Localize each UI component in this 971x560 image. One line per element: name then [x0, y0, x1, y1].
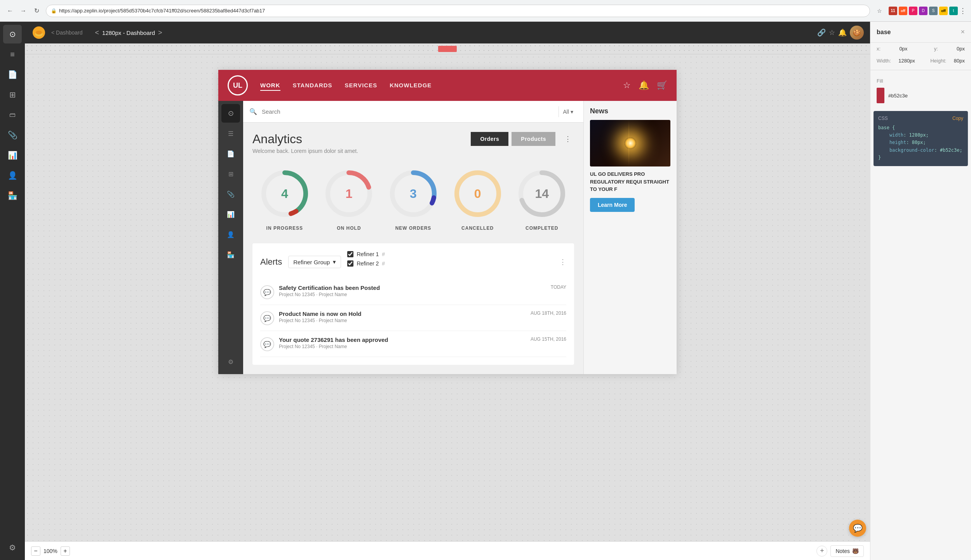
notes-add-button[interactable]: +	[816, 546, 827, 557]
donut-new-orders-value: 3	[410, 187, 417, 201]
sidebar-dashboard-icon[interactable]: ⊙	[3, 25, 22, 43]
breadcrumb[interactable]: < Dashboard	[51, 29, 83, 36]
share-icon[interactable]: 🔗	[817, 28, 826, 37]
forward-button[interactable]: →	[18, 5, 29, 16]
sidebar-grid-icon[interactable]: ⊞	[3, 85, 22, 104]
browser-extensions: 11 off P D S off t ⋮	[889, 7, 966, 15]
donut-completed-value: 14	[535, 187, 549, 201]
prop-height-label: Height:	[930, 58, 946, 64]
search-input[interactable]	[262, 108, 554, 115]
alerts-more-button[interactable]: ⋮	[559, 258, 566, 266]
sidebar-clip-icon[interactable]: 📎	[3, 126, 22, 144]
app-sidebar-orders[interactable]: ☰	[221, 124, 240, 143]
ext-off2-icon[interactable]: off	[939, 7, 948, 15]
chart-completed: 14 COMPLETED	[515, 166, 569, 231]
ext-d-icon[interactable]: D	[919, 7, 927, 15]
zeplin-properties-panel: base × x: 0px y: 0px Width: 1280px Heigh…	[870, 22, 971, 560]
favorites-icon[interactable]: ☆	[623, 80, 631, 90]
notification-icon[interactable]: 🔔	[838, 28, 847, 37]
extensions-menu[interactable]: ⋮	[959, 7, 966, 15]
back-button[interactable]: ←	[5, 5, 16, 16]
ext-badge-icon[interactable]: 11	[889, 7, 897, 15]
app-sidebar-docs[interactable]: 📄	[221, 144, 240, 163]
zeplin-icon-sidebar: ⊙ ≡ 📄 ⊞ 🗃 📎 📊 👤 🏪 ⚙	[0, 22, 25, 560]
alert-chat-icon-3: 💬	[260, 337, 274, 351]
alert-item-3: 💬 Your quote 2736291 has been approved P…	[260, 331, 566, 357]
screen-preview-area[interactable]: UL WORK STANDARDS SERVICES KNOWLEDGE ☆ 🔔…	[25, 54, 870, 541]
ruler-area: 1280px	[25, 43, 870, 54]
chart-new-orders: 3 NEW ORDERS	[386, 166, 440, 231]
ul-header: UL WORK STANDARDS SERVICES KNOWLEDGE ☆ 🔔…	[218, 70, 677, 101]
alert-content-2: Product Name is now on Hold Project No 1…	[279, 310, 526, 323]
sidebar-store-icon[interactable]: 🏪	[3, 186, 22, 205]
search-filter-all[interactable]: All ▾	[559, 106, 577, 117]
app-sidebar-settings[interactable]: ⚙	[221, 352, 240, 371]
sidebar-user-icon[interactable]: 👤	[3, 166, 22, 185]
reload-button[interactable]: ↻	[31, 5, 42, 16]
tab-orders[interactable]: Orders	[471, 132, 508, 146]
ext-t-icon[interactable]: t	[949, 7, 958, 15]
screen-frame: UL WORK STANDARDS SERVICES KNOWLEDGE ☆ 🔔…	[218, 70, 677, 374]
app-sidebar-dashboard[interactable]: ⊙	[221, 104, 240, 123]
analytics-tabs: Orders Products ⋮	[471, 132, 574, 146]
refiner-2-checkbox[interactable]	[347, 260, 353, 267]
tab-products[interactable]: Products	[512, 132, 555, 146]
prop-x-row: x: 0px y: 0px	[870, 43, 971, 55]
sidebar-chart-icon[interactable]: 📊	[3, 146, 22, 165]
address-bar[interactable]: 🔒 https://app.zeplin.io/project/585d5370…	[46, 5, 870, 17]
nav-standards[interactable]: STANDARDS	[293, 80, 332, 91]
zoom-plus-button[interactable]: +	[61, 546, 70, 556]
alert-title-3: Your quote 2736291 has been approved	[279, 336, 526, 343]
donut-in-progress: 4	[258, 166, 312, 221]
refiner-group-dropdown[interactable]: Refiner Group ▾	[288, 256, 341, 268]
zeplin-actions: 🔗 ☆ 🔔 🍪	[817, 26, 864, 40]
cart-icon[interactable]: 🛒	[657, 80, 667, 90]
css-header: CSS Copy	[878, 116, 963, 121]
sidebar-layers-icon[interactable]: ≡	[3, 45, 22, 64]
panel-title: base	[877, 29, 891, 36]
nav-prev-button[interactable]: <	[95, 29, 99, 37]
app-sidebar-store[interactable]: 🏪	[221, 245, 240, 264]
prop-x-value: 0px	[899, 46, 907, 52]
browser-nav-buttons: ← → ↻	[5, 5, 42, 16]
nav-services[interactable]: SERVICES	[345, 80, 378, 91]
sidebar-pages-icon[interactable]: 📄	[3, 65, 22, 84]
alerts-section: Alerts Refiner Group ▾	[252, 243, 574, 365]
app-sidebar-user[interactable]: 👤	[221, 225, 240, 244]
sidebar-package-icon[interactable]: 🗃	[3, 106, 22, 124]
fill-color-value: #b52c3e	[888, 93, 908, 99]
notifications-icon[interactable]: 🔔	[639, 80, 649, 90]
ul-logo: UL	[228, 75, 248, 95]
user-avatar[interactable]: 🍪	[850, 26, 864, 40]
learn-more-button[interactable]: Learn More	[590, 198, 635, 212]
notes-button[interactable]: Notes 🐻	[830, 545, 864, 557]
app-sidebar-grid[interactable]: ⊞	[221, 165, 240, 183]
ext-pinterest-icon[interactable]: P	[909, 7, 917, 15]
notes-label: Notes	[835, 548, 850, 554]
star-icon[interactable]: ☆	[829, 28, 835, 37]
ext-off-icon[interactable]: off	[899, 7, 907, 15]
analytics-subtitle: Welcome back. Lorem ipsum dolor sit amet…	[252, 148, 358, 154]
sidebar-settings-icon[interactable]: ⚙	[3, 538, 22, 557]
chat-bubble-button[interactable]: 💬	[849, 520, 866, 537]
chart-on-hold: 1 ON HOLD	[322, 166, 376, 231]
ext-s-icon[interactable]: S	[929, 7, 938, 15]
panel-close-button[interactable]: ×	[961, 28, 965, 36]
app-sidebar-chart[interactable]: 📊	[221, 205, 240, 224]
zoom-minus-button[interactable]: −	[31, 546, 40, 556]
donut-cancelled: 0	[451, 166, 505, 221]
prop-size-row: Width: 1280px Height: 80px	[870, 55, 971, 67]
nav-next-button[interactable]: >	[158, 29, 162, 37]
alerts-left: Alerts Refiner Group ▾	[260, 251, 385, 273]
analytics-more-button[interactable]: ⋮	[562, 132, 574, 146]
nav-work[interactable]: WORK	[260, 80, 280, 91]
nav-knowledge[interactable]: KNOWLEDGE	[390, 80, 432, 91]
app-sidebar-clip[interactable]: 📎	[221, 185, 240, 203]
bookmark-button[interactable]: ☆	[874, 5, 885, 16]
chart-in-progress-label: IN PROGRESS	[266, 225, 303, 231]
css-copy-button[interactable]: Copy	[952, 116, 963, 121]
alerts-title: Alerts	[260, 257, 282, 267]
refiner-1: Refiner 1 #	[347, 251, 385, 257]
donut-completed: 14	[515, 166, 569, 221]
refiner-1-checkbox[interactable]	[347, 251, 353, 257]
